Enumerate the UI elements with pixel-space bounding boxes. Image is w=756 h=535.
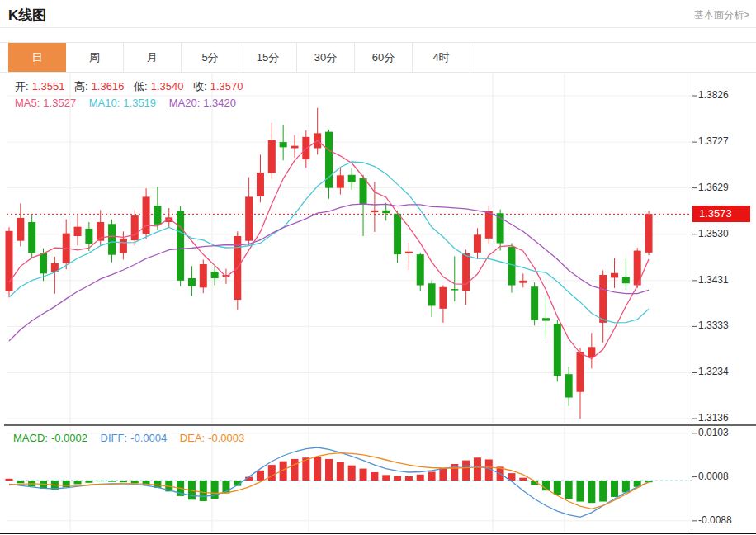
candle-body (622, 277, 630, 283)
candle-body (565, 374, 573, 397)
macd-bar (565, 481, 573, 499)
tab-日[interactable]: 日 (8, 43, 66, 72)
ma5-value: 1.3527 (43, 97, 76, 109)
candle-body (485, 211, 493, 239)
macd-bar (474, 457, 481, 481)
macd-bar (108, 481, 116, 482)
macd-bar (291, 459, 299, 481)
candle-body (211, 272, 219, 278)
candle-body (519, 281, 527, 283)
y-axis-label: 1.3431 (698, 274, 729, 286)
candle-body (474, 234, 481, 253)
y-axis-label: 0.0103 (698, 427, 729, 438)
candle-body (588, 347, 595, 357)
candle-body (439, 287, 447, 309)
macd-bar (394, 476, 401, 481)
macd-bar (337, 462, 344, 481)
candle-body (599, 275, 607, 323)
candle-body (131, 215, 139, 240)
fundamental-analysis-link[interactable]: 基本面分析> (694, 8, 749, 22)
candle-body (531, 286, 538, 320)
macd-bar (74, 481, 82, 484)
close-value: 1.3570 (210, 80, 243, 92)
macd-bar (519, 478, 527, 481)
candle-body (40, 253, 47, 273)
candle-body (154, 206, 161, 225)
high-value: 1.3616 (92, 80, 125, 92)
candle-body (382, 211, 390, 213)
y-axis-label: 1.3826 (698, 89, 729, 101)
candle-body (268, 140, 276, 173)
macd-bar (428, 471, 436, 481)
candle-body (542, 318, 550, 320)
y-axis-label: 1.3629 (698, 182, 729, 193)
y-axis-label: 0.0008 (698, 471, 729, 482)
macd-bar (599, 481, 607, 502)
diff-line (9, 447, 649, 517)
macd-bar (120, 481, 127, 482)
high-label: 高: (74, 80, 88, 92)
tab-60分[interactable]: 60分 (355, 43, 413, 72)
macd-bar (131, 481, 139, 483)
macd-legend: MACD:-0.0002 DIFF:-0.0004 DEA:-0.0003 (13, 432, 251, 444)
open-label: 开: (15, 80, 29, 92)
tab-5分[interactable]: 5分 (182, 43, 239, 72)
candle-body (508, 247, 515, 285)
candle-body (337, 175, 344, 187)
current-price-marker: 1.3573 (692, 206, 750, 222)
macd-value: -0.0002 (51, 432, 87, 444)
macd-bar (360, 469, 367, 481)
close-label: 收: (193, 80, 207, 92)
tab-30分[interactable]: 30分 (297, 43, 355, 72)
y-axis-label: 1.3234 (698, 366, 729, 377)
macd-bar (257, 471, 264, 481)
candle-body (371, 211, 378, 212)
tab-15分[interactable]: 15分 (239, 43, 297, 72)
macd-bar (200, 481, 207, 501)
header: K线图 基本面分析> (0, 0, 756, 28)
macd-label: MACD: (13, 432, 48, 444)
candle-body (428, 283, 436, 305)
candle-body (291, 146, 299, 149)
tab-周[interactable]: 周 (66, 43, 124, 72)
low-value: 1.3540 (151, 80, 184, 92)
candle-body (554, 324, 561, 376)
macd-bar (325, 459, 333, 481)
ma20-line (9, 204, 649, 341)
ma-legend: MA5:1.3527 MA10:1.3519 MA20:1.3420 (15, 97, 243, 109)
candle-body (394, 214, 401, 254)
candle-body (245, 196, 253, 240)
candle-body (348, 175, 356, 182)
macd-bar (63, 481, 70, 487)
candle-body (645, 214, 653, 252)
macd-bar (439, 468, 447, 481)
macd-bar (588, 481, 595, 503)
dea-label: DEA: (180, 432, 205, 444)
macd-bar (554, 481, 561, 495)
candle-body (280, 142, 287, 147)
open-value: 1.3551 (32, 80, 65, 92)
macd-bar (382, 475, 390, 481)
tab-月[interactable]: 月 (124, 43, 182, 72)
diff-value: -0.0004 (130, 432, 167, 444)
candle-body (28, 222, 35, 253)
candle-body (417, 254, 424, 285)
dea-value: -0.0003 (208, 432, 244, 444)
macd-bar (417, 475, 424, 481)
candle-body (200, 264, 207, 287)
page-title: K线图 (8, 6, 46, 25)
tab-4时[interactable]: 4时 (413, 43, 470, 72)
ohlc-legend: 开:1.3551 高:1.3616 低:1.3540 收:1.3570 (15, 79, 246, 94)
candle-body (177, 211, 184, 280)
macd-bar (268, 465, 276, 481)
candle-body (85, 229, 92, 244)
candle-body (577, 352, 584, 392)
ma5-label: MA5: (15, 97, 40, 109)
macd-bar (85, 481, 92, 483)
y-axis-label: 1.3136 (698, 412, 729, 424)
macd-bar (314, 457, 321, 481)
macd-bar (211, 481, 219, 499)
macd-bar (405, 476, 413, 481)
candle-body (74, 227, 82, 236)
macd-bar (348, 466, 356, 481)
